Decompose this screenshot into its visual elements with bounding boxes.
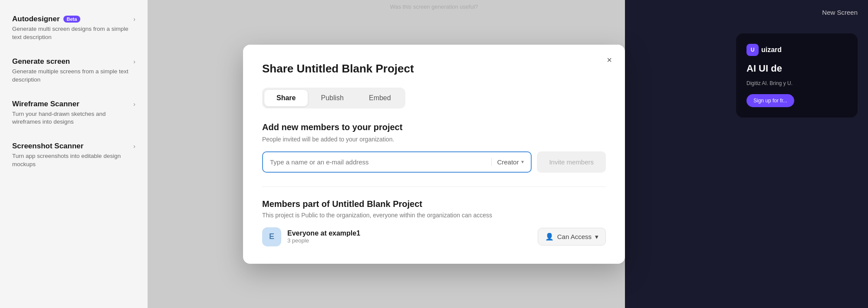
share-modal: × Share Untitled Blank Project Share Pub… <box>243 45 625 264</box>
role-label: Creator <box>497 158 519 166</box>
avatar: E <box>262 227 281 246</box>
member-count: 3 people <box>287 237 360 244</box>
modal-close-button[interactable]: × <box>602 53 616 67</box>
tab-bar: Share Publish Embed <box>262 88 405 108</box>
tab-publish[interactable]: Publish <box>309 90 355 106</box>
person-icon: 👤 <box>545 233 554 241</box>
members-section-title: Members part of Untitled Blank Project <box>262 199 606 209</box>
member-info: Everyone at example1 3 people <box>287 229 360 244</box>
member-name: Everyone at example1 <box>287 229 360 237</box>
member-left: E Everyone at example1 3 people <box>262 227 360 246</box>
invite-input-wrapper: Creator ▾ <box>262 151 532 173</box>
tab-embed[interactable]: Embed <box>357 90 403 106</box>
members-section-desc: This project is Public to the organizati… <box>262 212 606 219</box>
member-role-selector[interactable]: 👤 Can Access ▾ <box>538 228 606 246</box>
role-selector[interactable]: Creator ▾ <box>491 158 524 166</box>
modal-backdrop: × Share Untitled Blank Project Share Pub… <box>0 0 868 308</box>
modal-title: Share Untitled Blank Project <box>262 62 606 75</box>
member-row: E Everyone at example1 3 people 👤 Can Ac… <box>262 227 606 246</box>
tab-share[interactable]: Share <box>264 90 308 106</box>
role-chevron-icon: ▾ <box>521 159 524 165</box>
invite-row: Creator ▾ Invite members <box>262 151 606 173</box>
invite-email-input[interactable] <box>270 152 491 172</box>
invite-section-title: Add new members to your project <box>262 122 606 132</box>
divider <box>262 187 606 187</box>
member-role-chevron-icon: ▾ <box>595 233 598 241</box>
invite-section-desc: People invited will be added to your org… <box>262 136 606 143</box>
member-role-label: Can Access <box>557 233 592 240</box>
invite-members-button[interactable]: Invite members <box>537 151 606 173</box>
